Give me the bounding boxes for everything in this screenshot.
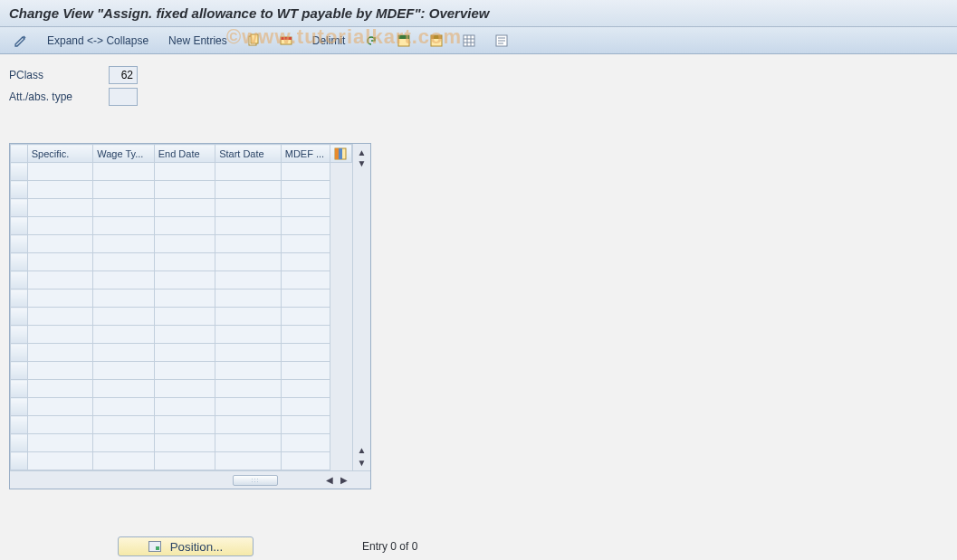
- cell[interactable]: [154, 452, 215, 470]
- row-selector[interactable]: [11, 398, 28, 416]
- row-selector[interactable]: [11, 253, 28, 271]
- row-selector[interactable]: [11, 163, 28, 181]
- cell[interactable]: [154, 380, 215, 398]
- cell[interactable]: [281, 344, 330, 362]
- cell[interactable]: [281, 416, 330, 434]
- column-header-mdef[interactable]: MDEF ...: [281, 145, 330, 163]
- print-button[interactable]: [490, 31, 513, 51]
- table-row[interactable]: [11, 163, 352, 181]
- cell[interactable]: [215, 452, 282, 470]
- cell[interactable]: [93, 308, 154, 326]
- row-selector[interactable]: [11, 199, 28, 217]
- column-header-start-date[interactable]: Start Date: [215, 145, 282, 163]
- cell[interactable]: [27, 235, 93, 253]
- row-selector[interactable]: [11, 181, 28, 199]
- cell[interactable]: [154, 434, 215, 452]
- select-all-header[interactable]: [11, 145, 28, 163]
- deselect-all-button[interactable]: [425, 31, 448, 51]
- cell[interactable]: [215, 326, 282, 344]
- cell[interactable]: [281, 434, 330, 452]
- table-row[interactable]: [11, 362, 352, 380]
- cell[interactable]: [215, 217, 282, 235]
- row-selector[interactable]: [11, 326, 28, 344]
- cell[interactable]: [154, 253, 215, 271]
- cell[interactable]: [281, 308, 330, 326]
- cell[interactable]: [93, 253, 154, 271]
- cell[interactable]: [281, 362, 330, 380]
- table-row[interactable]: [11, 344, 352, 362]
- table-row[interactable]: [11, 398, 352, 416]
- row-selector[interactable]: [11, 271, 28, 289]
- cell[interactable]: [93, 452, 154, 470]
- table-settings-button[interactable]: [457, 31, 481, 51]
- cell[interactable]: [215, 380, 282, 398]
- table-row[interactable]: [11, 416, 352, 434]
- cell[interactable]: [154, 163, 215, 181]
- table-row[interactable]: [11, 380, 352, 398]
- cell[interactable]: [281, 380, 330, 398]
- cell[interactable]: [215, 289, 282, 308]
- row-selector[interactable]: [11, 344, 28, 362]
- cell[interactable]: [93, 199, 154, 217]
- position-button[interactable]: Position...: [118, 536, 254, 556]
- expand-collapse-button[interactable]: Expand <-> Collapse: [42, 34, 154, 47]
- cell[interactable]: [281, 199, 330, 217]
- cell[interactable]: [93, 235, 154, 253]
- table-row[interactable]: [11, 217, 352, 235]
- row-selector[interactable]: [11, 217, 28, 235]
- column-header-wage-type[interactable]: Wage Ty...: [93, 145, 154, 163]
- cell[interactable]: [93, 416, 154, 434]
- cell[interactable]: [27, 362, 93, 380]
- table-row[interactable]: [11, 271, 352, 289]
- cell[interactable]: [27, 344, 93, 362]
- cell[interactable]: [27, 452, 93, 470]
- scroll-right-icon[interactable]: ▶: [338, 474, 350, 487]
- horizontal-scrollbar[interactable]: ::: ◀ ▶: [10, 470, 370, 489]
- cell[interactable]: [93, 217, 154, 235]
- cell[interactable]: [27, 416, 93, 434]
- cell[interactable]: [27, 253, 93, 271]
- cell[interactable]: [93, 434, 154, 452]
- scroll-up-small-icon[interactable]: ▲: [356, 443, 368, 456]
- cell[interactable]: [27, 181, 93, 199]
- cell[interactable]: [27, 289, 93, 308]
- cell[interactable]: [93, 289, 154, 308]
- cell[interactable]: [27, 398, 93, 416]
- cell[interactable]: [93, 362, 154, 380]
- column-header-specific[interactable]: Specific.: [27, 145, 93, 163]
- cell[interactable]: [215, 344, 282, 362]
- cell[interactable]: [154, 416, 215, 434]
- row-selector[interactable]: [11, 416, 28, 434]
- toggle-edit-display-button[interactable]: [9, 31, 33, 51]
- cell[interactable]: [281, 452, 330, 470]
- cell[interactable]: [215, 253, 282, 271]
- cell[interactable]: [281, 271, 330, 289]
- select-all-button[interactable]: [392, 31, 416, 51]
- table-row[interactable]: [11, 235, 352, 253]
- cell[interactable]: [154, 217, 215, 235]
- cell[interactable]: [215, 199, 282, 217]
- cell[interactable]: [215, 235, 282, 253]
- cell[interactable]: [154, 308, 215, 326]
- cell[interactable]: [27, 308, 93, 326]
- delete-button[interactable]: [274, 31, 298, 51]
- cell[interactable]: [215, 434, 282, 452]
- row-selector[interactable]: [11, 362, 28, 380]
- cell[interactable]: [281, 235, 330, 253]
- row-selector[interactable]: [11, 380, 28, 398]
- cell[interactable]: [281, 253, 330, 271]
- table-row[interactable]: [11, 253, 352, 271]
- table-row[interactable]: [11, 199, 352, 217]
- row-selector[interactable]: [11, 235, 28, 253]
- cell[interactable]: [215, 416, 282, 434]
- cell[interactable]: [215, 398, 282, 416]
- cell[interactable]: [93, 398, 154, 416]
- table-row[interactable]: [11, 308, 352, 326]
- cell[interactable]: [215, 163, 282, 181]
- cell[interactable]: [93, 271, 154, 289]
- cell[interactable]: [281, 181, 330, 199]
- cell[interactable]: [154, 181, 215, 199]
- scroll-down-small-icon[interactable]: ▼: [356, 157, 368, 169]
- cell[interactable]: [215, 181, 282, 199]
- cell[interactable]: [27, 217, 93, 235]
